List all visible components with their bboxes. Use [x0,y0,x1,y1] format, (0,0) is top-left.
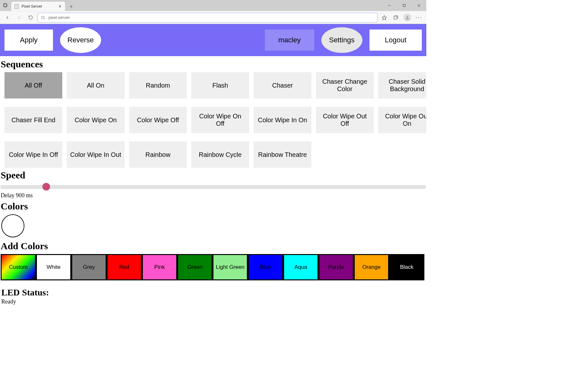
sequence-button[interactable]: Color Wipe Off [129,107,187,133]
current-colors [1,214,426,237]
delay-text: Delay 900 ms [1,192,426,199]
app-header: Apply Reverse macley Settings Logout [0,24,426,56]
color-palette: CustomWhiteGreyRedPinkGreenLight GreenBl… [1,254,426,280]
palette-color[interactable]: Grey [71,254,107,280]
username-chip[interactable]: macley [265,30,314,51]
header-right-group: macley Settings Logout [265,27,422,53]
svg-point-6 [41,16,44,19]
forward-button[interactable] [14,13,24,22]
reverse-button[interactable]: Reverse [60,27,101,53]
palette-color[interactable]: Pink [142,254,177,280]
tab-title: Pixel Server [22,4,57,9]
svg-point-10 [407,16,408,18]
palette-color[interactable]: White [36,254,71,280]
led-status-text: Ready [1,298,426,305]
sequence-button[interactable]: Chaser Change Color [316,72,374,98]
maximize-button[interactable] [397,1,412,10]
speed-slider[interactable] [1,183,426,191]
new-tab-button[interactable]: ＋ [67,2,76,11]
sequence-button[interactable]: Chaser [254,72,311,98]
avatar-icon [404,14,411,21]
back-button[interactable] [3,13,12,22]
palette-color[interactable]: Purple [318,254,354,280]
sequence-button[interactable]: Color Wipe On [67,107,125,133]
titlebar: Pixel Server ✕ ＋ [0,0,426,11]
slider-track [1,185,426,189]
tab-actions-button[interactable] [0,0,11,11]
svg-rect-9 [394,16,397,19]
sequence-button[interactable]: Chaser Solid Background [378,72,426,98]
close-window-button[interactable] [412,1,426,10]
sequence-button[interactable]: Color Wipe In Off [4,141,62,168]
sequences-grid: All OffAll OnRandomFlashChaserChaser Cha… [1,72,426,168]
apply-button[interactable]: Apply [4,30,53,51]
palette-color[interactable]: Green [177,254,213,280]
palette-color[interactable]: Custom [1,254,36,280]
settings-button[interactable]: Settings [321,27,362,53]
add-colors-heading: Add Colors [1,241,426,251]
sequence-button[interactable]: Flash [191,72,249,98]
collections-button[interactable] [391,13,401,22]
svg-line-7 [44,18,45,19]
url-text: pixel.server [48,15,70,20]
sequence-button[interactable]: Color Wipe Out On [378,107,426,133]
sequence-button[interactable]: Color Wipe In On [254,107,311,133]
search-icon [41,15,45,20]
sequence-button[interactable]: Color Wipe On Off [191,107,249,133]
minimize-button[interactable] [382,1,397,10]
sequence-button[interactable]: All On [67,72,125,98]
sequences-heading: Sequences [1,59,426,70]
speed-heading: Speed [1,170,426,181]
browser-chrome: Pixel Server ✕ ＋ pixel.server ··· [0,0,426,24]
sequence-button[interactable]: All Off [4,72,62,98]
sequence-button[interactable]: Random [129,72,187,98]
palette-color[interactable]: Orange [354,254,389,280]
sequence-button[interactable]: Rainbow [129,141,187,168]
colors-heading: Colors [1,201,426,212]
sequence-button[interactable]: Chaser Fill End [4,107,62,133]
palette-color[interactable]: Black [389,254,424,280]
refresh-button[interactable] [26,13,35,22]
svg-rect-3 [403,4,405,7]
close-tab-button[interactable]: ✕ [57,4,63,9]
sequence-button[interactable]: Color Wipe In Out [67,141,125,168]
sequence-button[interactable]: Rainbow Theatre [254,141,311,168]
svg-marker-8 [382,15,386,20]
palette-color[interactable]: Aqua [283,254,318,280]
favorites-button[interactable] [379,13,389,22]
address-bar[interactable]: pixel.server [37,13,378,22]
page-content: Sequences All OffAll OnRandomFlashChaser… [0,56,426,311]
slider-thumb[interactable] [42,183,50,191]
sequence-button[interactable]: Color Wipe Out Off [316,107,374,133]
palette-color[interactable]: Red [107,254,142,280]
page-icon [14,4,19,9]
logout-button[interactable]: Logout [369,30,422,51]
sequence-button[interactable]: Rainbow Cycle [191,141,249,168]
color-swatch[interactable] [1,214,24,237]
palette-color[interactable]: Light Green [213,254,248,280]
profile-button[interactable] [403,13,412,22]
browser-toolbar: pixel.server ··· [0,11,426,24]
more-button[interactable]: ··· [414,13,424,22]
palette-color[interactable]: Blue [248,254,283,280]
window-controls [382,0,426,11]
led-status-heading: LED Status: [1,287,426,298]
browser-tab[interactable]: Pixel Server ✕ [11,1,65,11]
